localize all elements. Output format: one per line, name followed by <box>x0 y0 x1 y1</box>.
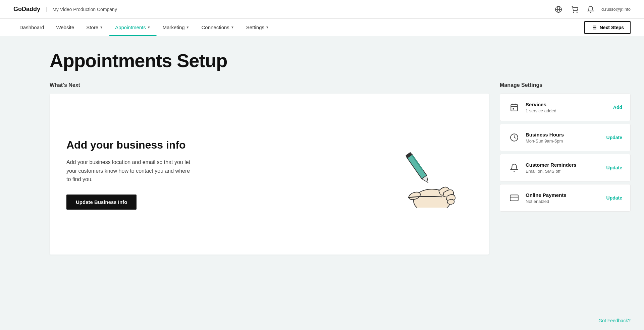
logo-area: GoDaddy | My Video Production Company <box>13 6 117 13</box>
content-layout: What's Next Add your business info Add y… <box>50 82 631 255</box>
online-payments-info: Online Payments Not enabled <box>526 192 601 204</box>
online-payments-title: Online Payments <box>526 192 601 198</box>
services-add-link[interactable]: Add <box>613 105 622 110</box>
hand-pen-illustration <box>388 141 469 208</box>
card-title: Add your business info <box>66 139 372 151</box>
next-steps-button[interactable]: Next Steps <box>584 21 631 34</box>
card-text-area: Add your business info Add your business… <box>66 139 372 210</box>
svg-rect-20 <box>513 108 514 109</box>
customer-reminders-subtitle: Email on, SMS off <box>526 169 601 174</box>
customer-reminders-info: Customer Reminders Email on, SMS off <box>526 162 601 174</box>
nav-appointments[interactable]: Appointments ▼ <box>109 19 157 36</box>
svg-rect-16 <box>511 104 518 111</box>
whats-next-label: What's Next <box>50 82 489 88</box>
notification-icon[interactable] <box>585 4 596 15</box>
nav-marketing[interactable]: Marketing ▼ <box>157 19 196 36</box>
got-feedback-link[interactable]: Got Feedback? <box>598 318 631 323</box>
settings-chevron-icon: ▼ <box>266 25 269 29</box>
connections-chevron-icon: ▼ <box>231 25 234 29</box>
business-hours-subtitle: Mon-Sun 9am-5pm <box>526 139 601 144</box>
globe-icon[interactable] <box>553 4 564 15</box>
online-payments-card: Online Payments Not enabled Update <box>500 184 631 212</box>
bell-settings-icon <box>508 162 520 174</box>
nav-items: Dashboard Website Store ▼ Appointments ▼… <box>13 19 584 36</box>
nav-connections[interactable]: Connections ▼ <box>195 19 240 36</box>
nav-website[interactable]: Website <box>50 19 80 36</box>
user-email: d.russo@jr.info <box>601 7 631 12</box>
update-business-info-button[interactable]: Update Business Info <box>66 195 137 210</box>
card-desc: Add your business location and email so … <box>66 158 194 184</box>
nav-store[interactable]: Store ▼ <box>80 19 109 36</box>
top-bar: GoDaddy | My Video Production Company d.… <box>0 0 644 19</box>
main-nav: Dashboard Website Store ▼ Appointments ▼… <box>0 19 644 36</box>
settings-cards: Services 1 service added Add Business <box>500 94 631 214</box>
svg-point-3 <box>577 12 578 12</box>
calendar-icon <box>508 101 520 113</box>
customer-reminders-title: Customer Reminders <box>526 162 601 168</box>
illustration <box>385 141 472 208</box>
svg-rect-22 <box>510 195 518 201</box>
appointments-chevron-icon: ▼ <box>147 25 151 29</box>
business-hours-card: Business Hours Mon-Sun 9am-5pm Update <box>500 124 631 151</box>
business-hours-title: Business Hours <box>526 132 601 138</box>
card-icon <box>508 192 520 204</box>
clock-icon <box>508 131 520 144</box>
logo: GoDaddy <box>13 6 40 13</box>
nav-dashboard[interactable]: Dashboard <box>13 19 50 36</box>
top-bar-right: d.russo@jr.info <box>553 4 631 15</box>
services-info: Services 1 service added <box>526 102 608 113</box>
right-panel: Manage Settings Services <box>500 82 631 214</box>
svg-rect-10 <box>407 153 427 179</box>
cart-icon[interactable] <box>569 4 580 15</box>
next-steps-icon <box>591 24 597 31</box>
customer-reminders-update-link[interactable]: Update <box>606 165 622 170</box>
logo-separator: | <box>46 6 47 12</box>
customer-reminders-card: Customer Reminders Email on, SMS off Upd… <box>500 154 631 181</box>
business-hours-update-link[interactable]: Update <box>606 135 622 140</box>
nav-settings[interactable]: Settings ▼ <box>240 19 275 36</box>
page-title: Appointments Setup <box>50 50 631 71</box>
online-payments-subtitle: Not enabled <box>526 199 601 204</box>
left-panel: What's Next Add your business info Add y… <box>50 82 489 255</box>
main-content: Appointments Setup What's Next Add your … <box>0 36 644 268</box>
marketing-chevron-icon: ▼ <box>186 25 190 29</box>
services-card: Services 1 service added Add <box>500 94 631 121</box>
business-hours-info: Business Hours Mon-Sun 9am-5pm <box>526 132 601 144</box>
services-subtitle: 1 service added <box>526 108 608 113</box>
company-name: My Video Production Company <box>52 7 117 12</box>
svg-point-2 <box>573 12 574 12</box>
services-title: Services <box>526 102 608 107</box>
whats-next-card: Add your business info Add your business… <box>50 94 489 255</box>
store-chevron-icon: ▼ <box>100 25 103 29</box>
online-payments-update-link[interactable]: Update <box>606 195 622 201</box>
manage-settings-label: Manage Settings <box>500 82 631 88</box>
